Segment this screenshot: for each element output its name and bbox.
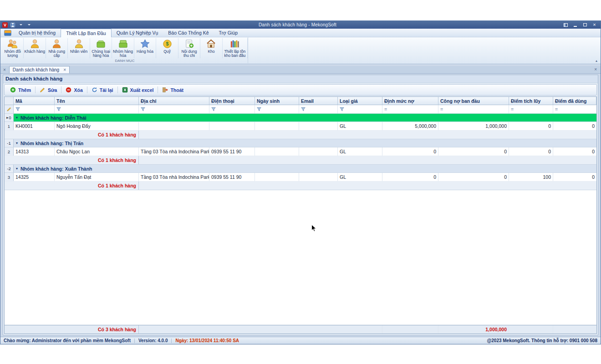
equals-operator-icon: =	[555, 106, 558, 112]
ribbon-item-nhom-hang-hoa[interactable]: Nhóm hàng hóa	[112, 38, 134, 58]
ribbon-collapse-icon[interactable]: ▴	[596, 59, 597, 63]
row-indicator: -2	[5, 165, 14, 172]
filter-cell-ngay-sinh[interactable]	[255, 105, 299, 113]
row-indicator: 1	[5, 122, 14, 130]
document-tab-danh-sach-khach-hang[interactable]: Danh sách khách hàng ×	[9, 66, 70, 73]
minimize-button[interactable]	[572, 22, 578, 28]
row-indicator: 3	[5, 173, 14, 181]
ribbon-item-nhom-doi-tuong[interactable]: Nhóm đối tượng	[2, 38, 24, 58]
customer-list-page: Danh sách khách hàng Thêm Sửa Xóa	[3, 75, 598, 335]
filter-cell-dia-chi[interactable]	[139, 105, 209, 113]
ribbon-item-quy[interactable]: $ Quỹ	[156, 38, 178, 58]
filter-icon	[56, 107, 61, 111]
row-indicator: 2	[5, 147, 14, 156]
column-header-dinh-muc-no[interactable]: Định mức nợ	[382, 97, 438, 105]
ribbon-item-chung-loai-hang-hoa[interactable]: Chủng loại hàng hóa	[90, 38, 112, 58]
reload-button[interactable]: Tải lại	[87, 86, 117, 94]
ribbon-tab-quan-ly-nghiep-vu[interactable]: Quản Lý Nghiệp Vụ	[112, 29, 163, 37]
column-header-loai-gia[interactable]: Loại giá	[338, 97, 382, 105]
status-bar: Chào mừng: Administrator đến với phần mề…	[0, 337, 601, 344]
close-all-tabs-icon[interactable]: ×	[3, 67, 6, 73]
ribbon-item-noi-dung-thu-chi[interactable]: Nội dung thu chi	[178, 38, 200, 58]
column-header-dia-chi[interactable]: Địa chỉ	[139, 97, 209, 105]
export-excel-button[interactable]: Xuất excel	[118, 86, 158, 94]
filter-cell-loai-gia[interactable]	[338, 105, 382, 113]
column-header-dien-thoai[interactable]: Điện thoại	[209, 97, 255, 105]
supplier-icon	[51, 39, 62, 49]
customize-toolbar-icon[interactable]	[26, 22, 32, 28]
total-count: Có 3 khách hàng	[5, 325, 139, 334]
filter-cell-ma[interactable]	[14, 105, 55, 113]
column-header-diem-da-dung[interactable]: Điểm đã dùng	[553, 97, 596, 105]
data-row-14325[interactable]: 3 14325 Nguyễn Tấn Đạt Tầng 03 Tòa nhà I…	[5, 173, 596, 182]
collapse-group-icon[interactable]: ▾	[16, 167, 18, 171]
ribbon-body: Nhóm đối tượng Khách hàng Nhà cung cấp N…	[0, 37, 601, 64]
document-tab-close-icon[interactable]: ×	[63, 67, 66, 73]
quick-access-toolbar: V	[2, 22, 32, 28]
filter-cell-diem-da-dung[interactable]: =	[553, 105, 596, 113]
maximize-button[interactable]	[582, 22, 588, 28]
document-tab-label: Danh sách khách hàng	[13, 67, 59, 72]
skin-gallery-icon[interactable]	[563, 22, 569, 28]
grid-filter-row: = = = =	[5, 105, 596, 114]
group-row-xuan-thanh[interactable]: -2 ▾ Nhóm khách hàng: Xuân Thành	[5, 165, 596, 173]
ribbon-item-thiet-lap-ton-kho[interactable]: Thiết lập tồn kho ban đầu	[223, 38, 248, 58]
filter-cell-dinh-muc-no[interactable]: =	[382, 105, 438, 113]
ribbon-tab-bao-cao-thong-ke[interactable]: Báo Cáo Thống Kê	[163, 29, 214, 37]
quick-access-dropdown-icon[interactable]	[18, 22, 24, 28]
ribbon-tab-thiet-lap-ban-dau[interactable]: Thiết Lập Ban Đầu	[61, 29, 112, 37]
equals-operator-icon: =	[384, 106, 387, 112]
focused-row-arrow-icon: ▸	[6, 116, 8, 120]
filter-cell-ten[interactable]	[55, 105, 139, 113]
column-header-ngay-sinh[interactable]: Ngày sinh	[255, 97, 299, 105]
title-bar: V Danh sách khách hàng - MekongSoft ×	[0, 21, 601, 29]
save-icon[interactable]	[10, 22, 16, 28]
filter-cell-dien-thoai[interactable]	[209, 105, 255, 113]
close-button[interactable]: ×	[591, 22, 597, 28]
filter-cell-diem-tich-luy[interactable]: =	[509, 105, 553, 113]
column-header-ma[interactable]: Mã	[14, 97, 55, 105]
group-row-dien-thai[interactable]: ▸ 0 ▾ Nhóm khách hàng: Diễn Thái	[5, 114, 596, 122]
row-indicator: -1	[5, 139, 14, 147]
column-header-ten[interactable]: Tên	[55, 97, 139, 105]
exit-button[interactable]: Thoát	[158, 86, 188, 94]
warehouse-icon	[206, 39, 216, 49]
collapse-group-icon[interactable]: ▾	[16, 141, 18, 145]
group-label: Nhóm khách hàng: Xuân Thành	[20, 166, 92, 172]
ribbon-item-khach-hang[interactable]: Khách hàng	[24, 38, 46, 58]
group-footer-count: Có 1 khách hàng	[5, 182, 139, 190]
application-menu-button[interactable]	[2, 29, 14, 37]
ribbon-item-kho[interactable]: Kho	[200, 38, 222, 58]
add-button[interactable]: Thêm	[6, 86, 35, 94]
customer-icon	[30, 39, 40, 49]
ribbon-tab-tro-giup[interactable]: Trợ Giúp	[214, 29, 243, 37]
edit-button[interactable]: Sửa	[36, 86, 61, 94]
tabstrip-close-icon[interactable]: ×	[594, 66, 597, 73]
filter-cell-cong-no-ban-dau[interactable]: =	[438, 105, 509, 113]
filter-cell-email[interactable]	[299, 105, 338, 113]
filter-icon	[211, 107, 216, 111]
ribbon-item-hang-hoa[interactable]: Hàng hóa	[134, 38, 156, 58]
edit-icon	[40, 87, 46, 93]
product-category-icon	[96, 39, 106, 49]
app-logo-icon[interactable]: V	[2, 22, 8, 28]
group-row-thi-tran[interactable]: -1 ▾ Nhóm khách hàng: Thị Trấn	[5, 139, 596, 147]
ribbon-item-nhan-vien[interactable]: Nhân viên	[68, 38, 90, 58]
people-group-icon	[7, 39, 18, 49]
ribbon-item-nha-cung-cap[interactable]: Nhà cung cấp	[46, 38, 68, 58]
delete-button[interactable]: Xóa	[61, 86, 87, 94]
column-header-cong-no-ban-dau[interactable]: Công nợ ban đầu	[438, 97, 509, 105]
exit-icon	[162, 87, 168, 93]
window-title: Danh sách khách hàng - MekongSoft	[32, 22, 563, 27]
collapse-group-icon[interactable]: ▾	[16, 116, 18, 120]
filter-icon	[141, 107, 145, 111]
group-label: Nhóm khách hàng: Thị Trấn	[20, 141, 83, 146]
data-row-kh0001[interactable]: 1 KH0001 Ngô Hoàng Đẩy GL 5,000,000 1,00…	[5, 122, 596, 131]
column-header-diem-tich-luy[interactable]: Điểm tích lũy	[509, 97, 553, 105]
column-header-email[interactable]: Email	[299, 97, 338, 105]
document-tab-strip: × Danh sách khách hàng × ×	[0, 66, 601, 74]
data-row-14313[interactable]: 2 14313 Châu Ngọc Lan Tầng 03 Tòa nhà In…	[5, 147, 596, 156]
ribbon-tab-quan-tri-he-thong[interactable]: Quản trị hệ thống	[14, 29, 61, 37]
grid-empty-area[interactable]	[5, 190, 596, 325]
grid-total-footer: Có 3 khách hàng 1,000,000	[5, 325, 596, 334]
